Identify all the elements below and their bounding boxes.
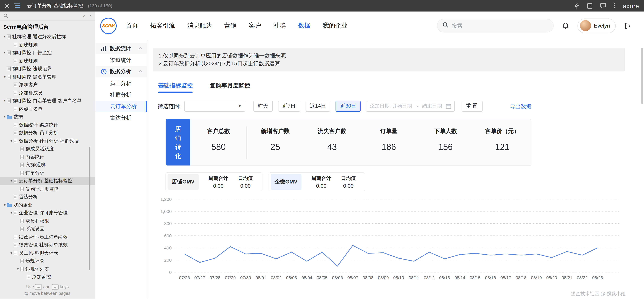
tree-item[interactable]: 雷达分析 xyxy=(0,193,95,201)
filter-range-select[interactable]: ▼ xyxy=(184,100,245,112)
tree-item[interactable]: ▾我的企业 xyxy=(0,201,95,209)
gmv-cards: 店铺GMV周期合计0.00日均值0.00企微GMV周期合计0.00日均值0.00 xyxy=(166,172,644,191)
nav-item-3[interactable]: 消息触达 xyxy=(187,22,212,30)
stat-label: 流失客户数 xyxy=(304,128,360,135)
tree-item[interactable]: ▾企业管理-许可账号管理 xyxy=(0,209,95,217)
content-scrollbar[interactable] xyxy=(641,48,643,104)
console-icon[interactable] xyxy=(587,3,593,9)
tree-item[interactable]: ▾数据 xyxy=(0,113,95,121)
top-nav: 首页拓客引流消息触达营销客户社群数据我的企业 xyxy=(126,22,348,30)
quick-range-button-4[interactable]: 近30日 xyxy=(336,100,361,112)
tree-item[interactable]: 成员和权限 xyxy=(0,217,95,225)
nav-item-4[interactable]: 营销 xyxy=(224,22,236,30)
tab-basic-metrics[interactable]: 基础指标监控 xyxy=(158,82,192,93)
nav-item-5[interactable]: 客户 xyxy=(249,22,261,30)
tree-item[interactable]: 订单分析 xyxy=(0,169,95,177)
pages-scrollbar[interactable] xyxy=(89,147,90,270)
caret-icon[interactable]: ▾ xyxy=(9,139,14,143)
right-arrow-key: → xyxy=(52,284,59,290)
tree-item[interactable]: 数据分析-员工分析 xyxy=(0,129,95,137)
quick-range-button-2[interactable]: 近7日 xyxy=(278,100,300,112)
gmv-stat-label: 日均值 xyxy=(341,175,356,182)
tree-item[interactable]: 新建规则 xyxy=(0,41,95,49)
nav-item-2[interactable]: 拓客引流 xyxy=(150,22,175,30)
tree-item[interactable]: ▾数据分析-社群分析-社群数据 xyxy=(0,137,95,145)
tree-item[interactable]: 复购率月度监控 xyxy=(0,185,95,193)
search-icon[interactable] xyxy=(3,12,8,20)
notifications-bell-icon[interactable] xyxy=(562,22,569,29)
comment-icon[interactable] xyxy=(600,3,606,8)
caret-icon[interactable]: ▾ xyxy=(2,99,7,103)
reset-button[interactable]: 重置 xyxy=(462,100,483,112)
search-input[interactable] xyxy=(452,22,548,29)
tree-item[interactable]: 添加监控 xyxy=(0,273,95,281)
export-data-link[interactable]: 导出数据 xyxy=(510,103,532,110)
app-window: SCRM 首页拓客引流消息触达营销客户社群数据我的企业 Evelyn 数据统计渠… xyxy=(95,12,644,299)
close-icon[interactable] xyxy=(5,4,10,8)
page-icon xyxy=(20,147,24,151)
tree-item[interactable]: ▾群聊风控-白名单管理-客户白名单 xyxy=(0,97,95,105)
next-page-icon[interactable]: › xyxy=(90,13,92,18)
quick-range-button-1[interactable]: 昨天 xyxy=(253,100,272,112)
stat-item: 客户总数580 xyxy=(190,128,247,165)
tree-item[interactable]: ▾社群管理-通过好友后拉群 xyxy=(0,33,95,41)
y-tick-label: 800 xyxy=(164,221,172,226)
nav-item-1[interactable]: 首页 xyxy=(126,22,138,30)
tree-item[interactable]: 群聊风控-违规记录 xyxy=(0,65,95,73)
caret-icon[interactable]: ▾ xyxy=(2,203,7,207)
menu-group-1[interactable]: 数据统计 xyxy=(95,43,147,54)
caret-icon[interactable]: ▾ xyxy=(16,267,20,271)
caret-icon[interactable]: ▾ xyxy=(2,75,7,79)
user-menu[interactable]: Evelyn xyxy=(578,18,616,33)
caret-icon[interactable]: ▾ xyxy=(2,115,7,119)
caret-icon[interactable]: ▾ xyxy=(2,51,7,55)
tree-item[interactable]: ▾员工风控-聊天记录 xyxy=(0,249,95,257)
tree-item-label: 复购率月度监控 xyxy=(26,186,58,192)
menu-item[interactable]: 社群分析 xyxy=(95,89,147,100)
tree-item[interactable]: 数据统计-渠道统计 xyxy=(0,121,95,129)
tree-item[interactable]: 违规记录 xyxy=(0,257,95,265)
tree-item[interactable]: 新建规则 xyxy=(0,57,95,65)
menu-item[interactable]: 雷达分析 xyxy=(95,112,147,124)
caret-icon[interactable]: ▾ xyxy=(9,211,14,215)
logout-icon[interactable] xyxy=(624,22,632,29)
scrm-logo[interactable]: SCRM xyxy=(100,18,116,34)
tree-item[interactable]: 绩效管理-社群订单绩效 xyxy=(0,241,95,249)
tree-item[interactable]: ▾违规词列表 xyxy=(0,265,95,273)
page-icon xyxy=(7,75,11,79)
tree-item[interactable]: ▾群聊风控-广告监控 xyxy=(0,49,95,57)
menu-item[interactable]: 云订单分析 xyxy=(95,100,147,112)
menu-group-2[interactable]: 数据分析 xyxy=(95,66,147,77)
tree-item[interactable]: 入群/退群 xyxy=(0,161,95,169)
pages-tree: ▾社群管理-通过好友后拉群新建规则▾群聊风控-广告监控新建规则群聊风控-违规记录… xyxy=(0,33,95,281)
x-tick-label: 08/03 xyxy=(286,275,297,280)
tree-item[interactable]: 内容统计 xyxy=(0,153,95,161)
prev-page-icon[interactable]: ‹ xyxy=(83,13,85,18)
tree-item[interactable]: 添加客户 xyxy=(0,81,95,89)
global-search[interactable] xyxy=(437,19,554,32)
nav-item-6[interactable]: 社群 xyxy=(274,22,286,30)
nav-item-8[interactable]: 我的企业 xyxy=(323,22,348,30)
tree-item[interactable]: ▾云订单分析-基础指标监控 xyxy=(0,177,95,185)
caret-icon[interactable]: ▾ xyxy=(9,179,14,183)
header-right: Evelyn xyxy=(437,18,632,33)
notice-banner: 1.仅以同步到云订单应用的店铺数据作为唯一数据来源 2.云订单数据分析以2024… xyxy=(153,48,625,71)
tree-item[interactable]: 内容白名单 xyxy=(0,105,95,113)
quick-range-button-3[interactable]: 近14日 xyxy=(306,100,330,112)
menu-item[interactable]: 员工分析 xyxy=(95,78,147,89)
date-end-placeholder: 结束日期 xyxy=(422,103,442,110)
more-options-icon[interactable] xyxy=(614,3,616,8)
tree-item[interactable]: 群成员活跃度 xyxy=(0,145,95,153)
lightning-icon[interactable] xyxy=(574,3,580,9)
tab-repurchase-monthly[interactable]: 复购率月度监控 xyxy=(210,82,250,93)
tree-item[interactable]: 绩效管理-员工订单绩效 xyxy=(0,233,95,241)
tree-item[interactable]: 添加群成员 xyxy=(0,89,95,97)
caret-icon[interactable]: ▾ xyxy=(9,251,14,255)
pages-panel-toggle-icon[interactable] xyxy=(14,3,20,8)
date-range-picker[interactable]: 添加日期: 开始日期 ~ 结束日期 xyxy=(366,100,455,112)
menu-item[interactable]: 渠道统计 xyxy=(95,54,147,66)
caret-icon[interactable]: ▾ xyxy=(2,35,7,39)
tree-item[interactable]: ▾群聊风控-黑名单管理 xyxy=(0,73,95,81)
tree-item[interactable]: 系统设置 xyxy=(0,225,95,233)
nav-item-7[interactable]: 数据 xyxy=(298,22,310,30)
